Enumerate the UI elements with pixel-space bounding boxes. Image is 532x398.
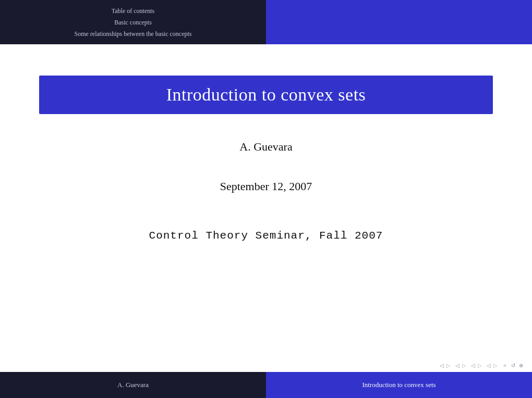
nav-sep4: ▷	[492, 362, 499, 369]
nav-prev-subsection[interactable]: ◁	[470, 362, 476, 369]
nav-sep1: ▷	[445, 362, 452, 369]
footer-bar: A. Guevara Introduction to convex sets	[0, 372, 532, 398]
header-line2: Basic concepts	[114, 18, 152, 27]
nav-zoom-icon[interactable]: ⊕	[518, 362, 524, 369]
nav-sep3: ▷	[477, 362, 483, 369]
slide-seminar: Control Theory Seminar, Fall 2007	[149, 230, 383, 242]
slide-navigation[interactable]: ◁ ▷ ◁ ▷ ◁ ▷ ◁ ▷ ≡ ↺ ⊕	[439, 362, 524, 369]
nav-prev-frame[interactable]: ◁	[439, 362, 445, 369]
header-line3: Some relationships between the basic con…	[75, 29, 192, 39]
nav-undo-icon[interactable]: ↺	[510, 362, 516, 369]
nav-prev-page[interactable]: ◁	[486, 362, 492, 369]
footer-author-label: A. Guevara	[117, 381, 149, 389]
header-bar: Table of contents Basic concepts Some re…	[0, 0, 532, 44]
slide-content: Introduction to convex sets A. Guevara S…	[0, 44, 532, 362]
slide-date: September 12, 2007	[220, 180, 312, 193]
nav-prev-section[interactable]: ◁	[454, 362, 461, 369]
nav-align-icon: ≡	[502, 362, 507, 369]
header-line1: Table of contents	[112, 6, 154, 16]
nav-sep2: ▷	[461, 362, 467, 369]
slide-author: A. Guevara	[239, 140, 292, 154]
header-accent-block	[266, 0, 532, 44]
footer-author-section: A. Guevara	[0, 372, 266, 398]
slide-title: Introduction to convex sets	[55, 85, 477, 105]
header-nav-text: Table of contents Basic concepts Some re…	[0, 0, 266, 44]
footer-title-label: Introduction to convex sets	[362, 381, 436, 389]
slide-title-box: Introduction to convex sets	[39, 76, 493, 114]
footer-title-section: Introduction to convex sets	[266, 372, 532, 398]
